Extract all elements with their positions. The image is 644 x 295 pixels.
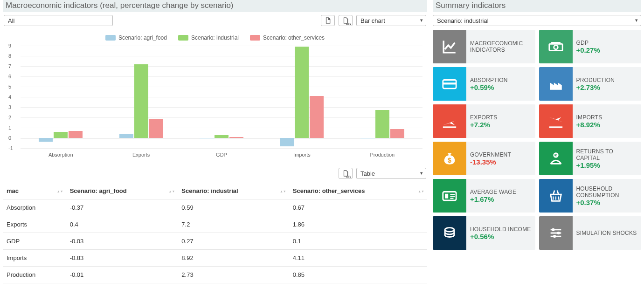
summary-card[interactable]: SIMULATION SHOCKS — [539, 216, 642, 250]
bar[interactable] — [295, 47, 309, 138]
xaxis-category-label: Production — [342, 152, 422, 158]
card-value: +1.95% — [576, 161, 638, 169]
svg-point-14 — [553, 235, 556, 238]
legend-swatch — [250, 35, 260, 41]
summary-card[interactable]: HOUSEHOLD CONSUMPTION+0.37% — [539, 179, 642, 213]
summary-card[interactable]: MACROECONOMIC INDICATORS — [433, 30, 535, 63]
table-cell: -0.83 — [66, 250, 178, 267]
bar[interactable] — [375, 110, 389, 138]
summary-card[interactable]: $GOVERNMENT-13.35% — [433, 142, 535, 175]
table-header-agri[interactable]: Scenario: agri_food▲▼ — [66, 183, 178, 199]
summary-card[interactable]: EXPORTS+7.2% — [433, 104, 535, 138]
card-icon — [433, 67, 466, 101]
summary-card[interactable]: ABSORPTION+0.59% — [433, 67, 535, 101]
legend-item-industrial[interactable]: Scenario: industrial — [178, 34, 239, 41]
svg-rect-10 — [445, 194, 448, 199]
summary-card[interactable]: AVERAGE WAGE+1.67% — [433, 179, 535, 213]
macro-chart: Scenario: agri_food Scenario: industrial… — [3, 30, 427, 156]
table-header-industrial[interactable]: Scenario: industrial▲▼ — [178, 183, 289, 199]
summary-scenario-select[interactable]: Scenario: industrial — [433, 15, 641, 26]
summary-card[interactable]: $RETURNS TO CAPITAL+1.95% — [539, 142, 642, 175]
card-value: +0.27% — [576, 46, 600, 54]
bar[interactable] — [200, 138, 214, 138]
bar[interactable] — [390, 129, 404, 138]
xaxis-category-label: GDP — [181, 152, 262, 158]
xaxis-category-label: Imports — [262, 152, 342, 158]
table-cell: -0.37 — [66, 199, 178, 216]
svg-point-13 — [557, 232, 560, 234]
bar[interactable] — [69, 131, 83, 138]
country-filter-select[interactable]: All — [4, 15, 113, 26]
chart-type-select[interactable]: Bar chart — [356, 15, 426, 26]
yaxis-tick-label: 3 — [8, 104, 11, 110]
xaxis-category-label: Exports — [101, 152, 181, 158]
table-row: Exports0.47.21.86 — [3, 216, 427, 233]
table-toolbar: CSV Table — [3, 156, 427, 183]
summary-card[interactable]: HOUSEHOLD INCOME+0.56% — [433, 216, 535, 250]
download-csv-table-button[interactable]: CSV — [339, 168, 353, 179]
card-label: HOUSEHOLD CONSUMPTION — [576, 185, 638, 199]
table-cell: GDP — [3, 233, 66, 250]
card-value: +1.67% — [470, 195, 516, 203]
bar-group: GDP — [181, 46, 262, 148]
card-label: RETURNS TO CAPITAL — [576, 148, 638, 161]
table-cell: Absorption — [3, 199, 66, 216]
card-label: AVERAGE WAGE — [470, 189, 516, 195]
table-cell: 0.1 — [289, 233, 427, 250]
download-csv-chart-button[interactable]: CSV — [339, 15, 353, 26]
card-label: PRODUCTION — [576, 77, 615, 83]
factory-icon — [539, 67, 573, 101]
card-label: IMPORTS — [576, 114, 602, 121]
yaxis-tick-label: 8 — [8, 53, 11, 59]
legend-label: Scenario: industrial — [191, 34, 239, 41]
table-cell: 0.27 — [178, 233, 289, 250]
card-label: GOVERNMENT — [470, 151, 511, 158]
bar[interactable] — [54, 132, 68, 138]
bar-group: Production — [342, 46, 422, 148]
yaxis-tick-label: 4 — [8, 94, 11, 100]
card-label: ABSORPTION — [470, 77, 508, 83]
table-cell: 8.92 — [178, 250, 289, 267]
table-cell: 0.59 — [178, 199, 289, 216]
table-cell: 2.73 — [178, 267, 289, 283]
summary-card[interactable]: PRODUCTION+2.73% — [539, 67, 642, 101]
summary-card[interactable]: GDP+0.27% — [539, 30, 642, 63]
table-type-select[interactable]: Table — [356, 168, 426, 179]
card-label: HOUSEHOLD INCOME — [470, 226, 531, 233]
bar[interactable] — [229, 137, 243, 138]
bar[interactable] — [280, 138, 294, 146]
svg-text:$: $ — [554, 153, 557, 158]
table-row: Absorption-0.370.590.67 — [3, 199, 427, 216]
card-body: AVERAGE WAGE+1.67% — [466, 179, 520, 213]
card-body: IMPORTS+8.92% — [573, 104, 606, 138]
bar[interactable] — [149, 119, 163, 138]
bar[interactable] — [134, 64, 148, 138]
card-body: ABSORPTION+0.59% — [466, 67, 512, 101]
card-value: -13.35% — [470, 158, 511, 166]
card-body: MACROECONOMIC INDICATORS — [466, 30, 535, 63]
card-body: EXPORTS+7.2% — [466, 104, 501, 138]
card-body: GDP+0.27% — [573, 30, 604, 63]
bar[interactable] — [310, 96, 324, 138]
bar[interactable] — [119, 134, 133, 138]
yaxis-tick-label: 6 — [8, 74, 11, 79]
legend-item-other[interactable]: Scenario: other_services — [250, 34, 325, 41]
bar[interactable] — [39, 138, 53, 142]
legend-item-agri[interactable]: Scenario: agri_food — [105, 34, 167, 41]
svg-rect-4 — [443, 126, 456, 128]
download-image-button[interactable] — [321, 15, 335, 26]
sliders-icon — [539, 216, 573, 250]
plane-down-icon — [539, 104, 573, 138]
card-value: +2.73% — [576, 83, 615, 91]
table-cell: Exports — [3, 216, 66, 233]
card-value: +0.56% — [470, 233, 531, 240]
card-label: SIMULATION SHOCKS — [576, 230, 637, 236]
table-row: Imports-0.838.924.11 — [3, 250, 427, 267]
bar[interactable] — [215, 135, 229, 138]
summary-card[interactable]: IMPORTS+8.92% — [539, 104, 642, 138]
table-cell: 7.2 — [178, 216, 289, 233]
table-header-mac[interactable]: mac▲▼ — [3, 183, 66, 199]
card-body: RETURNS TO CAPITAL+1.95% — [573, 142, 642, 175]
table-header-other[interactable]: Scenario: other_services▲▼ — [289, 183, 427, 199]
bar-group: Imports — [262, 46, 342, 148]
